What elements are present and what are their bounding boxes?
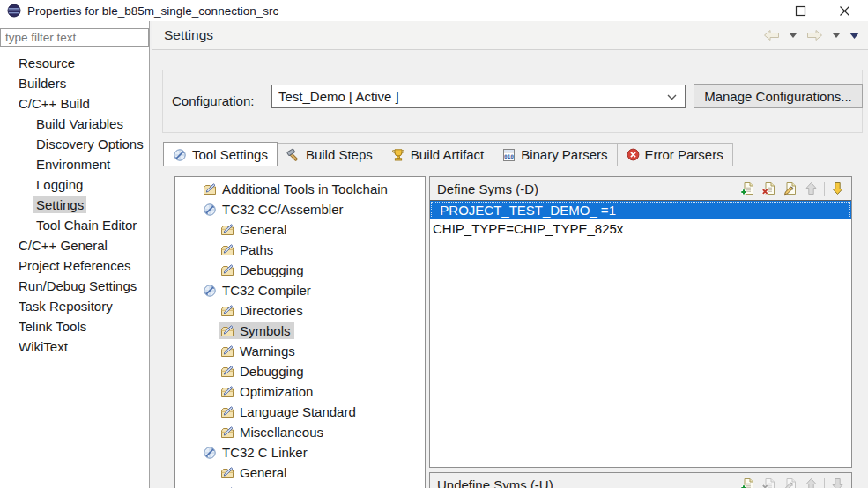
category-icon <box>203 182 217 196</box>
forward-history-caret-icon[interactable] <box>833 33 840 38</box>
sidebar-item-build-variables[interactable]: Build Variables <box>0 114 149 134</box>
window-title: Properties for ble_b85m_single_connectio… <box>27 4 278 18</box>
page-header: Settings <box>152 21 868 50</box>
move-up-button[interactable] <box>802 477 820 488</box>
add-button[interactable] <box>738 181 757 197</box>
tool-tree-item-directories[interactable]: Directories <box>175 300 425 321</box>
tool-tree-item-additional-tools-in-toolchain[interactable]: Additional Tools in Toolchain <box>175 179 425 199</box>
sidebar-item-discovery-options[interactable]: Discovery Options <box>0 134 149 154</box>
tool-tree-item-label: Directories <box>240 303 303 318</box>
error-parsers-tab-icon <box>627 148 640 161</box>
delete-button[interactable] <box>760 181 778 197</box>
back-arrow-icon[interactable] <box>763 29 780 41</box>
define-sym-row[interactable]: PROJECT_TEST_DEMO_ =1 <box>430 201 851 219</box>
properties-sidebar: ResourceBuildersC/C++ BuildBuild Variabl… <box>0 21 149 488</box>
filter-input[interactable] <box>0 28 149 47</box>
edit-button[interactable] <box>781 181 799 197</box>
category-icon <box>220 405 234 419</box>
sidebar-item-builders[interactable]: Builders <box>0 73 149 93</box>
sidebar-item-wikitext[interactable]: WikiText <box>0 336 149 357</box>
define-sym-row[interactable]: CHIP_TYPE=CHIP_TYPE_825x <box>430 219 851 238</box>
tool-tree-item-tc32-cc-assembler[interactable]: TC32 CC/Assembler <box>175 199 425 219</box>
move-up-button[interactable] <box>802 181 820 197</box>
tool-tree-item-debugging[interactable]: Debugging <box>175 361 425 381</box>
define-syms-header: Define Syms (-D) <box>430 177 851 200</box>
sidebar-item-logging[interactable]: Logging <box>0 174 149 195</box>
tool-tree-item-paths[interactable]: Paths <box>175 240 425 260</box>
settings-tab-bar: Tool SettingsBuild StepsBuild Artifact01… <box>163 142 854 166</box>
sidebar-item-c-c-general[interactable]: C/C++ General <box>0 235 149 255</box>
category-icon <box>220 425 234 440</box>
tool-tree-item-general[interactable]: General <box>175 462 425 483</box>
back-history-caret-icon[interactable] <box>790 33 797 38</box>
sidebar-item-label: Settings <box>33 196 86 213</box>
sidebar-item-label: Resource <box>16 55 78 71</box>
category-icon <box>220 223 234 237</box>
configuration-select[interactable]: Test_Demo [ Active ] <box>271 85 686 108</box>
sidebar-item-label: WikiText <box>16 338 70 355</box>
tool-tree-item-general[interactable]: General <box>175 219 425 240</box>
window-titlebar: Properties for ble_b85m_single_connectio… <box>0 0 868 21</box>
move-down-button[interactable] <box>828 181 847 197</box>
sidebar-item-tool-chain-editor[interactable]: Tool Chain Editor <box>0 215 149 235</box>
tool-tree-item-debugging[interactable]: Debugging <box>175 260 425 280</box>
sidebar-item-label: Builders <box>16 75 69 92</box>
sidebar-item-task-repository[interactable]: Task Repository <box>0 296 149 316</box>
tab-binary-parsers[interactable]: 010Binary Parsers <box>493 143 617 166</box>
tool-tree-item-miscellaneous[interactable]: Miscellaneous <box>175 422 425 442</box>
tab-label: Error Parsers <box>645 147 723 162</box>
configuration-value: Test_Demo [ Active ] <box>278 89 399 104</box>
toolbar-separator <box>824 478 825 488</box>
tab-tool-settings[interactable]: Tool Settings <box>163 142 278 166</box>
tab-build-artifact[interactable]: Build Artifact <box>382 143 493 166</box>
sidebar-item-c-c-build[interactable]: C/C++ Build <box>0 93 149 114</box>
tool-tree-item-language-standard[interactable]: Language Standard <box>175 402 425 422</box>
eclipse-logo-icon <box>7 4 21 18</box>
maximize-button[interactable] <box>789 2 812 19</box>
tool-icon <box>203 203 217 217</box>
sidebar-item-run-debug-settings[interactable]: Run/Debug Settings <box>0 276 149 296</box>
configuration-group: Configuration: Test_Demo [ Active ] Mana… <box>162 70 863 133</box>
sidebar-item-resource[interactable]: Resource <box>0 53 149 73</box>
sidebar-item-telink-tools[interactable]: Telink Tools <box>0 316 149 336</box>
close-button[interactable] <box>833 2 856 19</box>
delete-button[interactable] <box>760 477 778 488</box>
main-area: Settings Configuration: Test_Demo [ Acti… <box>152 21 868 488</box>
tool-icon <box>203 284 217 298</box>
tool-tree-item-label: Language Standard <box>240 404 356 419</box>
category-icon <box>220 385 234 399</box>
tool-tree-item-label: General <box>240 222 286 237</box>
header-nav <box>763 29 859 41</box>
tab-label: Tool Settings <box>192 147 268 162</box>
category-icon <box>220 243 234 257</box>
category-icon <box>220 263 234 277</box>
tool-tree-item-tc32-c-linker[interactable]: TC32 C Linker <box>175 442 425 462</box>
sidebar-item-environment[interactable]: Environment <box>0 154 149 174</box>
manage-configurations-button[interactable]: Manage Configurations... <box>694 84 863 108</box>
tool-tree-item-label: TC32 Compiler <box>222 283 311 298</box>
tool-tree-item-warnings[interactable]: Warnings <box>175 341 425 361</box>
tool-tree-item-label: TC32 CC/Assembler <box>222 202 344 217</box>
define-syms-title: Define Syms (-D) <box>437 181 538 196</box>
category-icon <box>220 344 234 359</box>
tab-build-steps[interactable]: Build Steps <box>277 143 382 166</box>
sidebar-item-label: Discovery Options <box>33 136 146 152</box>
category-icon <box>220 324 234 338</box>
tab-error-parsers[interactable]: Error Parsers <box>617 143 733 166</box>
sidebar-item-settings[interactable]: Settings <box>0 195 149 215</box>
define-syms-list[interactable]: PROJECT_TEST_DEMO_ =1CHIP_TYPE=CHIP_TYPE… <box>430 200 851 467</box>
edit-button[interactable] <box>781 477 799 488</box>
tool-tree-item-tc32-compiler[interactable]: TC32 Compiler <box>175 280 425 300</box>
build-artifact-tab-icon <box>391 148 405 162</box>
add-button[interactable] <box>738 477 757 488</box>
view-menu-caret-icon[interactable] <box>849 33 859 39</box>
tool-tree-item-optimization[interactable]: Optimization <box>175 381 425 402</box>
move-down-button[interactable] <box>828 477 847 488</box>
tool-tree-item-label: Debugging <box>240 262 304 277</box>
category-icon <box>220 304 234 318</box>
tool-tree-item-symbols[interactable]: Symbols <box>175 321 425 341</box>
forward-arrow-icon[interactable] <box>806 29 823 41</box>
tool-tree-item-libraries[interactable]: Libraries <box>175 483 425 488</box>
undefine-syms-toolbar <box>738 477 847 488</box>
sidebar-item-project-references[interactable]: Project References <box>0 255 149 276</box>
